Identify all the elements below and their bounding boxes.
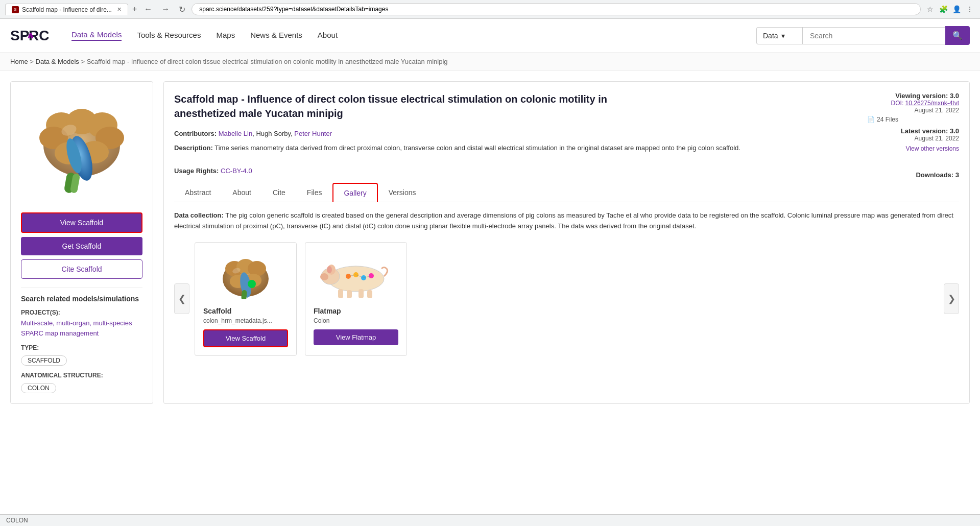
refresh-btn[interactable]: ↻	[176, 4, 188, 15]
collection-label: Data collection:	[174, 211, 224, 219]
search-button[interactable]: 🔍	[945, 26, 970, 45]
files-icon: 📄	[867, 116, 875, 123]
nav-tools-resources[interactable]: Tools & Resources	[137, 31, 201, 40]
svg-point-18	[248, 261, 266, 276]
related-models-title: Search related models/simulations	[21, 287, 142, 303]
menu-icon[interactable]: ⋮	[965, 4, 975, 14]
search-type-dropdown[interactable]: Data ▾	[756, 27, 802, 44]
flatmap-card-image	[314, 251, 398, 302]
back-btn[interactable]: ←	[141, 4, 155, 15]
anatomical-label: ANATOMICAL STRUCTURE:	[21, 372, 142, 379]
usage-link[interactable]: CC-BY-4.0	[221, 167, 252, 175]
forward-btn[interactable]: →	[158, 4, 173, 15]
tab-versions[interactable]: Versions	[378, 183, 427, 202]
scaffold-image-area	[21, 92, 142, 204]
scaffold-card-title: Scaffold	[203, 307, 288, 315]
anatomical-tag: COLON	[21, 383, 56, 393]
tab-close-btn[interactable]: ✕	[117, 6, 122, 13]
description-text: Time series manometry data derived from …	[214, 144, 740, 152]
right-content: Viewing version: 3.0 DOI: 10.26275/mxnk-…	[163, 81, 970, 404]
nav-maps[interactable]: Maps	[216, 31, 235, 40]
breadcrumb-data-models[interactable]: Data & Models	[36, 58, 79, 65]
address-input[interactable]	[192, 3, 921, 15]
search-input[interactable]	[802, 27, 945, 44]
nav-about[interactable]: About	[318, 31, 338, 40]
extensions-icon[interactable]: 🧩	[938, 4, 948, 14]
breadcrumb-sep2: >	[81, 58, 86, 65]
logo-area: SP RC	[10, 24, 51, 47]
tabs-bar: Abstract About Cite Files Gallery Versio…	[174, 183, 959, 202]
dataset-title: Scaffold map - Influence of direct colon…	[174, 92, 634, 121]
type-label: TYPE:	[21, 344, 142, 351]
svg-rect-30	[338, 289, 343, 298]
usage-row: Usage Rights: CC-BY-4.0	[174, 167, 252, 175]
flatmap-card-title: Flatmap	[314, 307, 398, 315]
svg-rect-33	[367, 290, 372, 298]
tab-about[interactable]: About	[222, 183, 262, 202]
breadcrumb-home[interactable]: Home	[10, 58, 28, 65]
address-bar: ← → ↻	[141, 3, 921, 15]
viewing-version: Viewing version: 3.0	[867, 92, 959, 100]
tab-gallery[interactable]: Gallery	[332, 183, 377, 202]
nav-menu: Data & Models Tools & Resources Maps New…	[71, 30, 338, 41]
files-count: 📄 24 Files	[867, 116, 959, 123]
description-row: Description: Time series manometry data …	[174, 143, 959, 153]
downloads-row: Downloads: 3	[916, 171, 959, 179]
type-tag: SCAFFOLD	[21, 355, 67, 366]
doi-row: DOI: 10.26275/mxnk-4tvt	[867, 100, 959, 107]
scaffold-card-image	[203, 251, 288, 302]
version-date: August 21, 2022	[867, 107, 959, 114]
cite-scaffold-btn[interactable]: Cite Scaffold	[21, 259, 142, 279]
project-link-1[interactable]: Multi-scale, multi-organ, multi-species	[21, 318, 142, 328]
scaffold-card-subtitle: colon_hrm_metadata.js...	[203, 317, 288, 324]
tab-favicon: S	[12, 6, 19, 13]
doi-link[interactable]: 10.26275/mxnk-4tvt	[905, 100, 959, 107]
svg-point-27	[320, 273, 328, 280]
contributor-1[interactable]: Mabelle Lin	[219, 130, 253, 137]
get-scaffold-btn[interactable]: Get Scaffold	[21, 237, 142, 255]
main-content: View Scaffold Get Scaffold Cite Scaffold…	[0, 71, 980, 414]
search-area: Data ▾ 🔍	[756, 26, 970, 45]
nav-data-models[interactable]: Data & Models	[71, 30, 122, 41]
latest-version: Latest version: 3.0	[867, 127, 959, 135]
contributor-3[interactable]: Peter Hunter	[294, 130, 332, 137]
view-scaffold-card-btn[interactable]: View Scaffold	[203, 329, 288, 347]
tab-abstract[interactable]: Abstract	[174, 183, 222, 202]
gallery-prev-btn[interactable]: ❮	[174, 283, 189, 314]
left-sidebar: View Scaffold Get Scaffold Cite Scaffold…	[10, 81, 153, 404]
chevron-down-icon: ▾	[781, 32, 785, 40]
flatmap-card-subtitle: Colon	[314, 317, 398, 324]
sparc-logo[interactable]: SP RC	[10, 24, 51, 47]
projects-label: PROJECT(S):	[21, 309, 142, 316]
new-tab-btn[interactable]: +	[132, 5, 137, 14]
browser-chrome: S Scaffold map - Influence of dire... ✕ …	[0, 0, 980, 19]
bookmark-icon[interactable]: ☆	[925, 4, 935, 14]
svg-rect-32	[358, 289, 364, 298]
tab-cite[interactable]: Cite	[262, 183, 296, 202]
scaffold-3d-image	[31, 97, 133, 199]
doi-label: DOI:	[891, 100, 904, 107]
gallery-container: ❮	[174, 242, 959, 356]
view-flatmap-btn[interactable]: View Flatmap	[314, 329, 398, 345]
breadcrumb-current: Scaffold map - Influence of direct colon…	[87, 58, 448, 65]
other-versions-link[interactable]: View other versions	[867, 145, 959, 152]
contributors-row: Contributors: Mabelle Lin, Hugh Sorby, P…	[174, 129, 959, 139]
nav-news-events[interactable]: News & Events	[250, 31, 302, 40]
files-count-label: 24 Files	[877, 116, 898, 123]
flatmap-thumbnail	[320, 253, 392, 299]
profile-icon[interactable]: 👤	[951, 4, 962, 14]
gallery-card-scaffold: Scaffold colon_hrm_metadata.js... View S…	[195, 242, 297, 356]
breadcrumb: Home > Data & Models > Scaffold map - In…	[0, 53, 980, 71]
view-scaffold-btn[interactable]: View Scaffold	[21, 212, 142, 233]
project-link-2[interactable]: SPARC map management	[21, 328, 142, 339]
svg-point-24	[248, 280, 256, 288]
gallery-items: Scaffold colon_hrm_metadata.js... View S…	[195, 242, 939, 356]
usage-label: Usage Rights:	[174, 167, 219, 175]
description-label: Description:	[174, 144, 213, 152]
breadcrumb-sep1: >	[30, 58, 35, 65]
tab-files[interactable]: Files	[296, 183, 333, 202]
gallery-next-btn[interactable]: ❯	[944, 283, 959, 314]
browser-tab[interactable]: S Scaffold map - Influence of dire... ✕	[5, 4, 128, 15]
search-icon: 🔍	[952, 31, 963, 40]
latest-date: August 21, 2022	[867, 135, 959, 142]
